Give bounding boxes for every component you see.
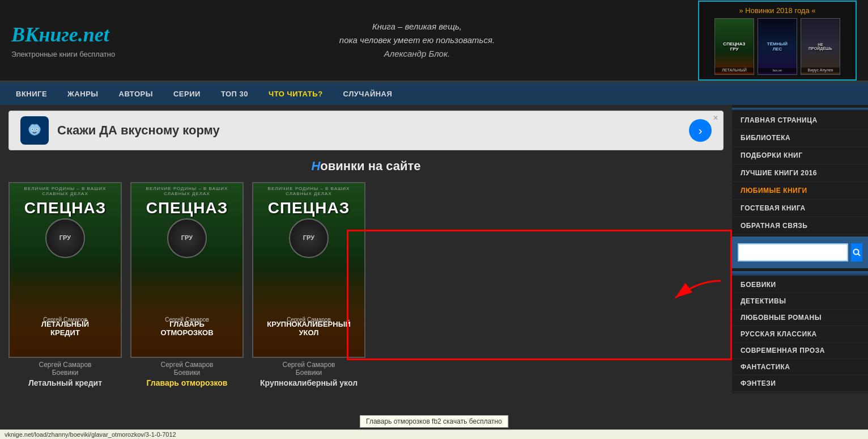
banner-book-1[interactable]: СПЕЦНАЗГРУ ЛЕТАЛЬНЫЙ	[714, 18, 754, 75]
gru-badge-3: ГРУ	[289, 218, 329, 258]
logo-vknige: ВКниге	[11, 23, 78, 46]
cover-book-title-3: КРУПНОКАЛИБЕРНЫЙУКОЛ	[253, 320, 364, 337]
sidebar-item-selections[interactable]: ПОДБОРКИ КНИГ	[732, 147, 868, 164]
content-area: Скажи ДА вкусному корму › ✕ Новинки на с…	[0, 105, 732, 393]
header-quote: Книга – великая вещь, пока человек умеет…	[136, 20, 698, 61]
cover-title-main-3: СПЕЦНАЗ	[268, 199, 350, 217]
genre-item-russkaya[interactable]: РУССКАЯ КЛАССИКА	[732, 326, 868, 343]
genre-item-sovremennaya[interactable]: СОВРЕМЕННАЯ ПРОЗА	[732, 343, 868, 359]
ad-icon	[20, 116, 49, 145]
sidebar-item-main-page[interactable]: ГЛАВНАЯ СТРАНИЦА	[732, 112, 868, 129]
genre-item-detektivy[interactable]: ДЕТЕКТИВЫ	[732, 293, 868, 310]
book-cover-1: ВЕЛИЧИЕ РОДИНЫ – В ВАШИХ СЛАВНЫХ ДЕЛАХ С…	[8, 182, 122, 358]
search-icon	[853, 248, 861, 256]
logo-subtitle: Электронные книги бесплатно	[11, 50, 115, 58]
section-title: Новинки на сайте	[8, 159, 724, 174]
nav-top30[interactable]: ТОП 30	[211, 82, 258, 105]
svg-point-2	[32, 129, 33, 130]
banner-book-3[interactable]: НЕПРОЙДЁШЬ Вирус Апулея	[801, 18, 840, 75]
nav-series[interactable]: СЕРИИ	[163, 82, 211, 105]
sidebar: ГЛАВНАЯ СТРАНИЦА БИБЛИОТЕКА ПОДБОРКИ КНИ…	[732, 105, 868, 393]
cover-book-title-2: ГЛАВАРЬОТМОРОЗКОВ	[131, 320, 242, 337]
nav-random[interactable]: СЛУЧАЙНАЯ	[333, 82, 403, 105]
nav-bar: ВКНИГЕ ЖАНРЫ АВТОРЫ СЕРИИ ТОП 30 ЧТО ЧИТ…	[0, 82, 868, 105]
book-meta-2: Сергей СамаровБоевики	[161, 361, 214, 377]
genres-panel-header	[732, 271, 868, 276]
ad-dog-icon	[26, 122, 43, 139]
cover-title-main-2: СПЕЦНАЗ	[146, 199, 228, 217]
logo-area: ВКниге.net Электронные книги бесплатно	[11, 23, 136, 58]
nav-genres[interactable]: ЖАНРЫ	[57, 82, 108, 105]
logo-net: .net	[78, 23, 109, 46]
cover-top-text-3: ВЕЛИЧИЕ РОДИНЫ – В ВАШИХ СЛАВНЫХ ДЕЛАХ	[253, 183, 364, 196]
header-banner: » Новинки 2018 года « СПЕЦНАЗГРУ ЛЕТАЛЬН…	[698, 1, 857, 81]
book-card-1[interactable]: ВЕЛИЧИЕ РОДИНЫ – В ВАШИХ СЛАВНЫХ ДЕЛАХ С…	[8, 182, 122, 387]
quote-author: Александр Блок.	[153, 47, 681, 61]
search-panel	[732, 237, 868, 268]
genre-item-boeviki[interactable]: БОЕВИКИ	[732, 277, 868, 293]
ad-cta-button[interactable]: ›	[689, 119, 712, 142]
ad-close-button[interactable]: ✕	[713, 114, 718, 122]
ad-text: Скажи ДА вкусному корму	[57, 123, 689, 138]
sidebar-item-feedback[interactable]: ОБРАТНАЯ СВЯЗЬ	[732, 217, 868, 235]
ad-banner: Скажи ДА вкусному корму › ✕	[8, 111, 724, 150]
banner-books: СПЕЦНАЗГРУ ЛЕТАЛЬНЫЙ ТЁМНЫЙЛЕС fan.on НЕ…	[714, 18, 840, 75]
title-first-letter: Н	[311, 159, 320, 173]
search-input[interactable]	[738, 243, 848, 261]
nav-authors[interactable]: АВТОРЫ	[109, 82, 163, 105]
svg-point-3	[36, 129, 37, 130]
search-button[interactable]	[851, 243, 862, 261]
book-title-label-1: Летальный кредит	[28, 378, 102, 387]
title-rest: овинки на сайте	[320, 159, 420, 173]
cover-top-text-2: ВЕЛИЧИЕ РОДИНЫ – В ВАШИХ СЛАВНЫХ ДЕЛАХ	[131, 183, 242, 196]
book-cover-3: ВЕЛИЧИЕ РОДИНЫ – В ВАШИХ СЛАВНЫХ ДЕЛАХ С…	[252, 182, 365, 358]
book-card-2[interactable]: ВЕЛИЧИЕ РОДИНЫ – В ВАШИХ СЛАВНЫХ ДЕЛАХ С…	[130, 182, 244, 387]
book-cover-2: ВЕЛИЧИЕ РОДИНЫ – В ВАШИХ СЛАВНЫХ ДЕЛАХ С…	[130, 182, 244, 358]
banner-title: » Новинки 2018 года «	[739, 6, 816, 15]
cover-title-main-1: СПЕЦНАЗ	[24, 199, 106, 217]
book-meta-1: Сергей СамаровБоевики	[39, 361, 92, 377]
books-grid: ВЕЛИЧИЕ РОДИНЫ – В ВАШИХ СЛАВНЫХ ДЕЛАХ С…	[8, 182, 724, 387]
main-content-wrapper: Скажи ДА вкусному корму › ✕ Новинки на с…	[0, 105, 868, 393]
gru-badge-1: ГРУ	[45, 218, 85, 258]
cover-top-text-1: ВЕЛИЧИЕ РОДИНЫ – В ВАШИХ СЛАВНЫХ ДЕЛАХ	[10, 183, 121, 196]
sidebar-panel-top	[732, 108, 868, 110]
sidebar-item-guestbook[interactable]: ГОСТЕВАЯ КНИГА	[732, 200, 868, 217]
book-meta-3: Сергей СамаровБоевики	[283, 361, 335, 377]
sidebar-item-favorites[interactable]: ЛЮБИМЫЕ КНИГИ	[732, 182, 868, 200]
genre-item-lyubovnye[interactable]: ЛЮБОВНЫЕ РОМАНЫ	[732, 310, 868, 326]
sidebar-item-library[interactable]: БИБЛИОТЕКА	[732, 129, 868, 147]
nav-vknige[interactable]: ВКНИГЕ	[6, 82, 57, 105]
genre-item-fentezi[interactable]: ФЭНТЕЗИ	[732, 375, 868, 392]
header: ВКниге.net Электронные книги бесплатно К…	[0, 0, 868, 82]
banner-book-2[interactable]: ТЁМНЫЙЛЕС fan.on	[758, 18, 797, 75]
svg-point-4	[854, 250, 859, 255]
book-card-3[interactable]: ВЕЛИЧИЕ РОДИНЫ – В ВАШИХ СЛАВНЫХ ДЕЛАХ С…	[252, 182, 365, 387]
svg-line-5	[858, 254, 861, 256]
logo[interactable]: ВКниге.net	[11, 23, 109, 47]
book-title-label-2: Главарь отморозков	[147, 378, 228, 387]
nav-what-to-read[interactable]: ЧТО ЧИТАТЬ?	[258, 82, 333, 105]
cover-book-title-1: ЛЕТАЛЬНЫЙКРЕДИТ	[10, 320, 121, 337]
genre-item-fantastika[interactable]: ФАНТАСТИКА	[732, 359, 868, 375]
book-title-label-3: Крупнокалиберный укол	[260, 378, 358, 387]
sidebar-item-best-2016[interactable]: ЛУЧШИЕ КНИГИ 2016	[732, 164, 868, 182]
gru-badge-2: ГРУ	[167, 218, 207, 258]
